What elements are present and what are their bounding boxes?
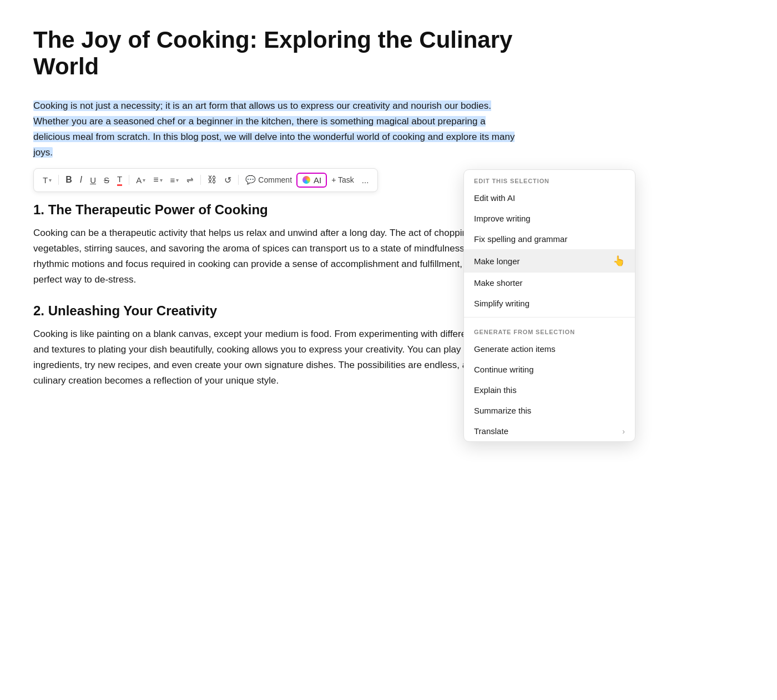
bold-button[interactable]: B xyxy=(62,173,75,187)
cursor-icon: 👆 xyxy=(613,255,625,267)
ai-dropdown-menu: EDIT THIS SELECTION Edit with AI Improve… xyxy=(463,169,635,442)
edit-with-ai-item[interactable]: Edit with AI xyxy=(464,188,635,208)
ai-orb-icon xyxy=(302,175,311,184)
comment-button[interactable]: 💬 Comment xyxy=(242,173,295,187)
continue-writing-item[interactable]: Continue writing xyxy=(464,359,635,380)
selected-paragraph: Cooking is not just a necessity; it is a… xyxy=(33,98,522,160)
indent-button[interactable]: ⇌ xyxy=(183,173,197,187)
more-options-button[interactable]: ... xyxy=(359,173,372,187)
summarize-this-item[interactable]: Summarize this xyxy=(464,400,635,421)
link-button[interactable]: ⛓ xyxy=(204,173,220,187)
separator-4 xyxy=(238,175,239,185)
font-color-button[interactable]: A ▾ xyxy=(133,173,149,187)
improve-writing-item[interactable]: Improve writing xyxy=(464,208,635,229)
menu-divider xyxy=(464,317,635,318)
separator xyxy=(58,175,59,185)
strikethrough-button[interactable]: S xyxy=(100,173,113,187)
align-button[interactable]: ≡ ▾ xyxy=(150,173,165,187)
make-longer-item[interactable]: Make longer 👆 xyxy=(464,249,635,273)
section-2-heading: 2. Unleashing Your Creativity xyxy=(33,303,522,319)
refresh-button[interactable]: ↺ xyxy=(221,173,235,188)
chevron-right-icon: › xyxy=(622,427,625,436)
explain-this-item[interactable]: Explain this xyxy=(464,380,635,400)
section-1-heading: 1. The Therapeutic Power of Cooking xyxy=(33,202,522,218)
task-button[interactable]: + Task xyxy=(328,173,357,187)
ai-button[interactable]: AI xyxy=(296,173,327,188)
section-2-body: Cooking is like painting on a blank canv… xyxy=(33,326,522,389)
section-1-body: Cooking can be a therapeutic activity th… xyxy=(33,225,522,288)
generate-section-label: GENERATE FROM SELECTION xyxy=(464,321,635,339)
separator-3 xyxy=(200,175,201,185)
highlight-button[interactable]: T xyxy=(114,172,125,188)
document-title: The Joy of Cooking: Exploring the Culina… xyxy=(33,27,522,80)
formatting-toolbar: T ▾ B I U S T A ▾ ≡ ▾ ≡ ▾ xyxy=(33,168,378,192)
italic-button[interactable]: I xyxy=(77,173,85,187)
simplify-writing-item[interactable]: Simplify writing xyxy=(464,293,635,314)
selected-text: Cooking is not just a necessity; it is a… xyxy=(33,100,514,158)
text-style-button[interactable]: T ▾ xyxy=(39,173,55,187)
fix-spelling-item[interactable]: Fix spelling and grammar xyxy=(464,229,635,249)
list-button[interactable]: ≡ ▾ xyxy=(167,173,183,187)
make-shorter-item[interactable]: Make shorter xyxy=(464,273,635,293)
edit-section-label: EDIT THIS SELECTION xyxy=(464,170,635,188)
separator-2 xyxy=(129,175,129,185)
translate-item[interactable]: Translate › xyxy=(464,421,635,441)
generate-action-items-item[interactable]: Generate action items xyxy=(464,339,635,359)
underline-button[interactable]: U xyxy=(87,173,99,187)
